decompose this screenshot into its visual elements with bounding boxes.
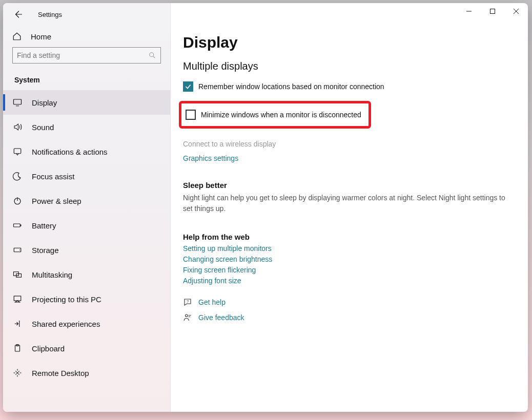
svg-rect-11 (14, 296, 21, 301)
help-link[interactable]: Fixing screen flickering (183, 266, 516, 274)
nav-multitasking[interactable]: Multitasking (3, 262, 170, 287)
clipboard-icon (12, 344, 23, 353)
home-icon (12, 32, 23, 41)
svg-rect-2 (14, 99, 22, 104)
back-button[interactable] (10, 7, 26, 22)
search-box[interactable] (12, 47, 161, 64)
nav-power-sleep[interactable]: Power & sleep (3, 188, 170, 213)
category-label: System (3, 72, 170, 90)
minimize-on-disconnect-row[interactable]: Minimize windows when a monitor is disco… (186, 110, 361, 120)
remember-locations-checkbox[interactable] (183, 81, 193, 92)
home-nav[interactable]: Home (3, 26, 170, 47)
help-link[interactable]: Changing screen brightness (183, 255, 516, 263)
search-input[interactable] (13, 48, 160, 62)
svg-rect-5 (14, 224, 21, 227)
multitasking-icon (12, 270, 23, 279)
app-title: Settings (38, 11, 62, 18)
sleep-body: Night light can help you get to sleep by… (183, 193, 511, 214)
search-icon (148, 51, 156, 59)
home-label: Home (31, 32, 51, 41)
nav-notifications[interactable]: Notifications & actions (3, 139, 170, 164)
svg-point-15 (186, 314, 188, 317)
nav-clipboard[interactable]: Clipboard (3, 336, 170, 361)
nav-label: Notifications & actions (32, 148, 108, 156)
section-title: Multiple displays (183, 60, 516, 72)
projecting-icon (12, 295, 23, 304)
give-feedback-row[interactable]: Give feedback (183, 311, 516, 324)
graphics-settings-link[interactable]: Graphics settings (183, 154, 516, 162)
help-icon: ? (183, 298, 194, 307)
nav-shared-experiences[interactable]: Shared experiences (3, 311, 170, 336)
nav-label: Projecting to this PC (32, 295, 101, 304)
sidebar: Settings Home System Display (3, 3, 171, 412)
give-feedback-link[interactable]: Give feedback (198, 313, 244, 322)
display-icon (12, 98, 23, 107)
feedback-icon (183, 313, 194, 322)
settings-window: Settings Home System Display (3, 3, 528, 412)
sound-icon (12, 122, 23, 132)
nav-label: Focus assist (32, 172, 74, 181)
minimize-on-disconnect-label: Minimize windows when a monitor is disco… (201, 111, 361, 119)
window-controls (457, 3, 528, 19)
nav-label: Battery (32, 221, 56, 230)
main-content: Display Multiple displays Remember windo… (171, 3, 528, 412)
help-heading: Help from the web (183, 233, 516, 241)
wireless-display-link[interactable]: Connect to a wireless display (183, 140, 516, 148)
maximize-button[interactable] (481, 3, 504, 19)
nav-list: Display Sound Notifications & actions Fo… (3, 90, 170, 385)
nav-label: Multitasking (32, 270, 72, 279)
nav-remote-desktop[interactable]: Remote Desktop (3, 361, 170, 385)
minimize-button[interactable] (457, 3, 481, 19)
remember-locations-label: Remember window locations based on monit… (198, 82, 384, 91)
get-help-link[interactable]: Get help (198, 298, 226, 306)
remember-locations-row[interactable]: Remember window locations based on monit… (183, 81, 516, 92)
power-icon (12, 196, 23, 205)
shared-icon (12, 319, 23, 328)
nav-label: Clipboard (32, 344, 65, 353)
nav-label: Shared experiences (32, 320, 100, 328)
sleep-heading: Sleep better (183, 181, 516, 190)
nav-projecting[interactable]: Projecting to this PC (3, 287, 170, 311)
nav-label: Sound (32, 123, 54, 132)
search-wrap (3, 47, 170, 72)
highlighted-option: Minimize windows when a monitor is disco… (179, 101, 371, 129)
nav-label: Remote Desktop (32, 369, 89, 377)
header-row: Settings (3, 3, 170, 26)
nav-label: Display (32, 98, 57, 107)
svg-point-1 (150, 53, 154, 57)
svg-rect-6 (21, 225, 22, 226)
footer-links: ? Get help Give feedback (183, 296, 516, 324)
close-button[interactable] (504, 3, 528, 19)
nav-focus-assist[interactable]: Focus assist (3, 164, 170, 188)
help-link[interactable]: Adjusting font size (183, 277, 516, 285)
focus-assist-icon (12, 172, 23, 181)
help-link[interactable]: Setting up multiple monitors (183, 244, 516, 253)
remote-desktop-icon (12, 368, 23, 377)
svg-rect-3 (14, 149, 21, 154)
nav-label: Power & sleep (32, 197, 81, 205)
notifications-icon (12, 147, 23, 156)
nav-storage[interactable]: Storage (3, 238, 170, 262)
battery-icon (12, 221, 23, 230)
nav-display[interactable]: Display (3, 90, 170, 115)
page-title: Display (183, 34, 516, 51)
get-help-row[interactable]: ? Get help (183, 296, 516, 308)
svg-point-8 (19, 249, 21, 250)
help-links: Setting up multiple monitors Changing sc… (183, 244, 516, 285)
nav-battery[interactable]: Battery (3, 213, 170, 238)
storage-icon (12, 245, 23, 255)
nav-sound[interactable]: Sound (3, 115, 170, 139)
minimize-on-disconnect-checkbox[interactable] (186, 110, 196, 120)
svg-rect-0 (490, 9, 495, 14)
svg-text:?: ? (187, 299, 189, 304)
nav-label: Storage (32, 246, 59, 255)
